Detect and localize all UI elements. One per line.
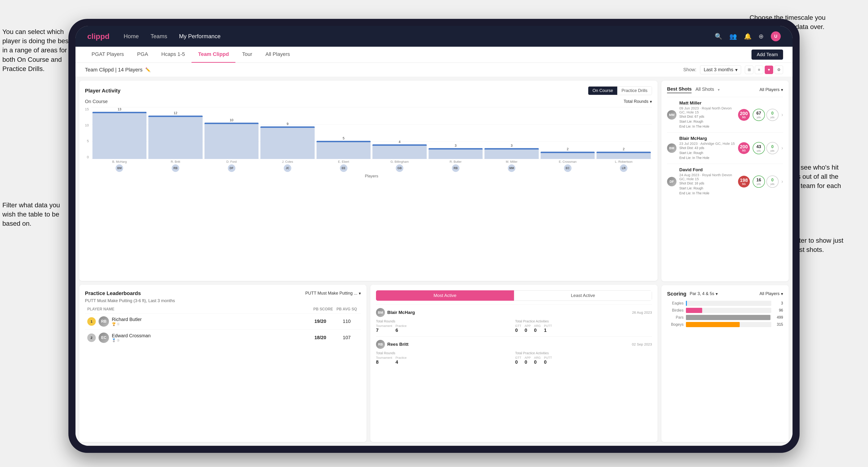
sub-nav-pgat[interactable]: PGAT Players: [85, 47, 130, 63]
best-shots-tab[interactable]: Best Shots: [667, 86, 691, 93]
tablet-frame: clippd Home Teams My Performance 🔍 👥 🔔 ⊕…: [68, 19, 800, 453]
x-avatar-6: GB: [372, 164, 427, 172]
x-avatar-9: EC: [540, 164, 595, 172]
view-grid-icon[interactable]: ⊞: [745, 66, 753, 74]
scoring-bar-birdies: [686, 308, 771, 313]
bottom-row: Practice Leaderboards PUTT Must Make Put…: [79, 285, 658, 442]
lb-avatar-2: EC: [99, 333, 109, 343]
bar-group-9: 2: [540, 147, 595, 159]
bar-10: [596, 152, 651, 159]
leaderboard-row-1: 1 RB Richard Butler 🏆 ①: [85, 313, 361, 330]
x-axis-title: Players: [91, 174, 652, 179]
scoring-row-birdies: Birdies 96: [667, 308, 783, 313]
edit-icon[interactable]: ✏️: [145, 67, 151, 72]
view-settings-icon[interactable]: ⚙: [775, 66, 783, 74]
par-dropdown[interactable]: Par 3, 4 & 5s ▾: [690, 291, 718, 297]
x-label-10: L. Robertson: [596, 160, 651, 163]
chart-dropdown[interactable]: Total Rounds ▾: [624, 99, 652, 104]
best-shots-card: Best Shots All Shots ▾ All Players ▾ MM …: [661, 81, 789, 281]
x-label-6: G. Billingham: [372, 160, 427, 163]
scoring-row-pars: Pars 499: [667, 315, 783, 320]
x-avatar-4: JC: [260, 164, 315, 172]
show-dropdown[interactable]: Last 3 months ▾: [700, 65, 741, 74]
sub-nav: PGAT Players PGA Hcaps 1-5 Team Clippd T…: [75, 47, 793, 63]
sub-nav-pga[interactable]: PGA: [130, 47, 154, 63]
stat-circle-2b: 0 yds: [766, 142, 779, 154]
pa-avatar-2: RB: [376, 340, 385, 349]
practice-leaderboards-card: Practice Leaderboards PUTT Must Make Put…: [79, 285, 367, 442]
search-icon[interactable]: 🔍: [715, 33, 722, 40]
sub-nav-tour[interactable]: Tour: [236, 47, 259, 63]
x-label-2: R. Britt: [148, 160, 203, 163]
x-label-3: D. Ford: [205, 160, 259, 163]
pa-header-1: BM Blair McHarg 26 Aug 2023: [376, 308, 652, 317]
shot-player-name-3: David Ford: [679, 167, 735, 173]
lb-name-2: Edward Crossman: [112, 333, 306, 338]
right-panel: Best Shots All Shots ▾ All Players ▾ MM …: [661, 81, 789, 442]
shot-chevron-1[interactable]: ›: [781, 112, 783, 118]
pa-stats-grid-2: Total Rounds Tournament 8 Practice: [376, 351, 652, 365]
scoring-label-eagles: Eagles: [667, 301, 684, 305]
annotation-filter: Filter what data you wish the table to b…: [2, 200, 71, 228]
all-shots-tab[interactable]: All Shots: [695, 87, 714, 93]
most-active-tab[interactable]: Most Active: [376, 290, 514, 301]
pa-name-1: Blair McHarg: [387, 310, 630, 315]
nav-icons: 🔍 👥 🔔 ⊕ U: [715, 31, 781, 41]
add-team-button[interactable]: Add Team: [751, 50, 783, 60]
scoring-bar-bogeys: [686, 322, 771, 327]
view-heart-icon[interactable]: ♥: [765, 66, 773, 74]
player-activity-title: Player Activity: [85, 88, 121, 94]
view-list-icon[interactable]: ≡: [755, 66, 763, 74]
shot-detail-1: 09 Jun 2023 · Royal North Devon GC, Hole…: [679, 106, 735, 114]
bar-group-10: 2: [596, 147, 651, 159]
practice-subtitle: PUTT Must Make Putting (3-6 ft), Last 3 …: [85, 299, 361, 303]
scoring-label-birdies: Birdies: [667, 308, 684, 312]
sub-nav-all-players[interactable]: All Players: [259, 47, 297, 63]
pa-name-2: Rees Britt: [387, 342, 629, 347]
x-avatar-10: LR: [596, 164, 651, 172]
lb-avatar-1: RB: [99, 316, 109, 326]
nav-teams[interactable]: Teams: [151, 33, 167, 40]
users-icon[interactable]: 👥: [729, 33, 737, 40]
bell-icon[interactable]: 🔔: [744, 33, 751, 40]
top-nav: clippd Home Teams My Performance 🔍 👥 🔔 ⊕…: [75, 26, 793, 47]
plus-circle-icon[interactable]: ⊕: [758, 33, 764, 40]
sub-nav-hcaps[interactable]: Hcaps 1-5: [155, 47, 191, 63]
practice-drills-toggle[interactable]: Practice Drills: [617, 87, 652, 95]
bar-2: [148, 116, 203, 159]
shot-row-3: DF David Ford 24 Aug 2023 · Royal North …: [667, 164, 783, 199]
rank-badge-1: 1: [87, 317, 96, 326]
chevron-down-icon: ▾: [718, 88, 720, 92]
leaderboard-header: PLAYER NAME PB SCORE PB AVG SQ: [85, 307, 361, 311]
scoring-players-dropdown[interactable]: All Players ▾: [760, 291, 783, 297]
shot-chevron-3[interactable]: ›: [781, 179, 783, 185]
chevron-down-icon: ▾: [650, 99, 652, 104]
scoring-label-bogeys: Bogeys: [667, 322, 684, 326]
lh-col-score: PB SCORE: [311, 307, 335, 311]
scoring-bar-eagles: [686, 301, 771, 306]
x-avatar-1: BM: [92, 164, 147, 172]
practice-dropdown[interactable]: PUTT Must Make Putting ... ▾: [305, 291, 361, 296]
nav-my-performance[interactable]: My Performance: [179, 33, 220, 40]
all-players-dropdown[interactable]: All Players ▾: [760, 87, 783, 92]
team-name: Team Clippd | 14 Players ✏️: [85, 67, 151, 73]
best-shots-header: Best Shots All Shots ▾ All Players ▾: [667, 86, 783, 93]
least-active-tab[interactable]: Least Active: [514, 290, 652, 301]
practice-header: Practice Leaderboards PUTT Must Make Put…: [85, 290, 361, 297]
bar-group-2: 12: [148, 111, 203, 159]
lb-score-1: 19/20: [309, 319, 332, 324]
team-header-right: Show: Last 3 months ▾ ⊞ ≡ ♥ ⚙: [683, 65, 783, 74]
on-course-toggle[interactable]: On Course: [588, 87, 617, 95]
user-avatar[interactable]: U: [771, 31, 781, 41]
scoring-val-eagles: 3: [774, 301, 783, 305]
chart-section-title: On Course: [85, 99, 108, 104]
nav-home[interactable]: Home: [124, 33, 139, 40]
sub-nav-team-clippd[interactable]: Team Clippd: [191, 47, 236, 63]
chart-sub-header: On Course Total Rounds ▾: [85, 99, 652, 104]
shot-chevron-2[interactable]: ›: [781, 145, 783, 151]
chevron-down-icon: ▾: [735, 67, 738, 73]
x-label-8: M. Miller: [485, 160, 539, 163]
show-label: Show:: [683, 67, 696, 72]
left-panel: Player Activity On Course Practice Drill…: [79, 81, 658, 442]
rank-badge-2: 2: [87, 334, 96, 342]
